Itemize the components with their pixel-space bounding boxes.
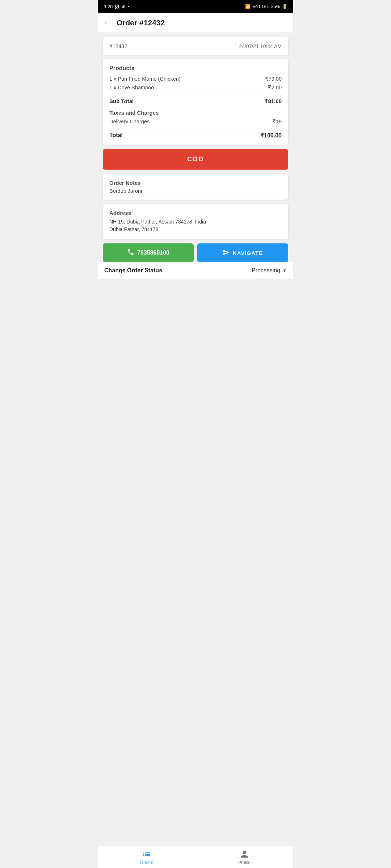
notes-label: Order Notes [109,180,282,186]
product-price-2: ₹2.00 [268,85,282,90]
total-row: Total ₹100.00 [109,132,282,139]
product-name-1: 1 x Pan Fried Momo (Chicken) [109,76,181,82]
dot-icon: • [128,4,130,9]
address-line-2: Dubia Pathar, 784178 [109,226,282,233]
subtotal-value: ₹81.00 [264,98,282,105]
time: 9:20 [104,4,113,9]
taxes-title: Taxes and Charges [109,110,282,116]
address-card: Address NH 15, Dubia Pathar, Assam 78417… [103,204,288,239]
navigate-icon [223,249,230,257]
order-id-row: #12432 24/07/21 10:44 AM [109,43,282,49]
product-price-1: ₹79.00 [265,76,282,82]
divider-2 [109,128,282,128]
bottom-spacer [98,279,293,308]
battery-icon: 🔋 [282,4,287,9]
subtotal-row: Sub Total ₹81.00 [109,98,282,105]
status-value: Processing [252,267,280,274]
total-value: ₹100.00 [260,132,282,139]
order-id: #12432 [109,43,127,49]
photo-icon: 🖼 [115,4,119,9]
divider [109,94,282,94]
order-date: 24/07/21 10:44 AM [239,43,282,49]
navigate-label: NAVIGATE [233,250,263,256]
wifi-icon: 📶 [245,4,251,9]
order-notes-card: Order Notes Bordup Jaroni [103,174,288,200]
delivery-label: Delivery Charges [109,119,150,124]
order-status-row: Change Order Status Processing ▼ [98,262,293,279]
cod-button[interactable]: COD [103,149,288,170]
delivery-value: ₹19 [272,119,282,124]
page-title: Order #12432 [117,18,165,27]
call-button[interactable]: 7635860100 [103,243,194,262]
grid-icon: ⊕ [122,4,126,9]
product-name-2: 1 x Dove Shampoo [109,85,154,90]
products-title: Products [109,65,282,72]
order-id-card: #12432 24/07/21 10:44 AM [103,37,288,55]
status-right: 📶 Vo LTE1 25% 🔋 [245,4,287,9]
product-row-2: 1 x Dove Shampoo ₹2.00 [109,85,282,90]
status-dropdown[interactable]: Processing ▼ [252,267,287,274]
back-button[interactable]: ← [104,18,112,27]
products-card: Products 1 x Pan Fried Momo (Chicken) ₹7… [103,59,288,145]
total-label: Total [109,132,123,139]
battery-level: 25% [271,4,280,9]
navigate-button[interactable]: NAVIGATE [197,243,288,262]
delivery-charge-row: Delivery Charges ₹19 [109,119,282,124]
address-line-1: NH 15, Dubia Pathar, Assam 784178, India [109,218,282,226]
notes-text: Bordup Jaroni [109,188,282,194]
status-left: 9:20 🖼 ⊕ • [104,4,130,9]
product-row-1: 1 x Pan Fried Momo (Chicken) ₹79.00 [109,76,282,82]
phone-icon [127,248,134,257]
header: ← Order #12432 [98,13,293,33]
content-area: #12432 24/07/21 10:44 AM Products 1 x Pa… [98,33,293,243]
call-number: 7635860100 [137,250,169,256]
address-label: Address [109,210,282,216]
subtotal-label: Sub Total [109,98,134,105]
status-bar: 9:20 🖼 ⊕ • 📶 Vo LTE1 25% 🔋 [98,0,293,13]
action-buttons-row: 7635860100 NAVIGATE [98,243,293,262]
change-status-label: Change Order Status [104,267,162,274]
signal-icon: Vo LTE1 [253,4,269,9]
chevron-down-icon: ▼ [282,268,287,273]
